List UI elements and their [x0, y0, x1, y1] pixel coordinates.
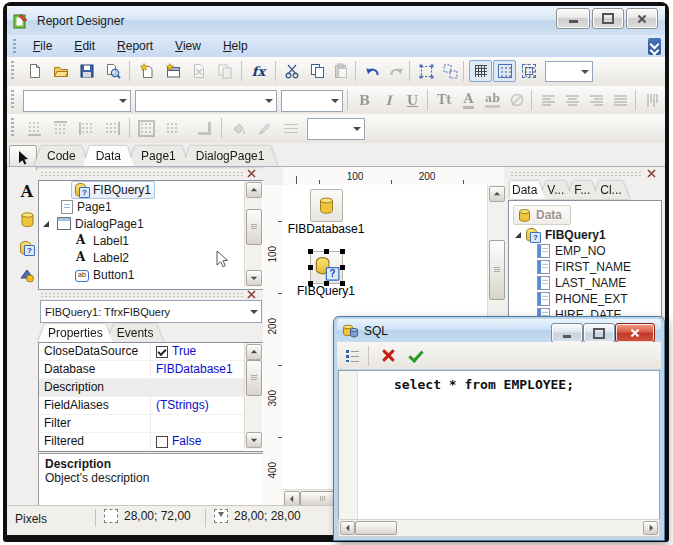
cut-button[interactable] — [281, 60, 304, 82]
scroll-thumb[interactable] — [246, 360, 262, 396]
new-page-button[interactable] — [135, 60, 158, 82]
underline-button[interactable]: U — [401, 89, 424, 111]
menu-item[interactable]: File — [30, 38, 55, 54]
field-item[interactable]: LAST_NAME — [537, 275, 631, 291]
sql-close-button[interactable] — [615, 323, 655, 343]
sql-maximize-button[interactable] — [583, 323, 615, 343]
data-panel-close-button[interactable] — [646, 168, 657, 179]
selection-handle[interactable] — [308, 265, 313, 270]
font-settings-button[interactable]: Tt — [433, 89, 456, 111]
property-row[interactable]: FieldAliases (TStrings) — [39, 397, 245, 415]
align-to-grid-button[interactable] — [493, 60, 516, 82]
sql-editor[interactable]: select * from EMPLOYEE; — [338, 370, 660, 520]
border-none-button[interactable] — [161, 117, 184, 139]
page-tab[interactable]: Page1 — [128, 146, 189, 167]
font-size-combobox[interactable] — [281, 90, 343, 112]
query-component[interactable] — [310, 251, 343, 284]
selection-handle[interactable] — [308, 249, 313, 254]
fill-color-button[interactable] — [227, 117, 250, 139]
tree-item-row[interactable]: Label2 — [71, 249, 133, 267]
scroll-thumb[interactable] — [246, 209, 262, 245]
menu-item[interactable]: View — [172, 38, 204, 54]
property-row[interactable]: CloseDataSource True — [39, 343, 245, 361]
database-tool[interactable] — [17, 209, 37, 229]
tree-item[interactable]: DialogPage1 — [39, 215, 263, 232]
inspector-tab[interactable]: Events — [107, 324, 164, 342]
scroll-thumb[interactable] — [355, 521, 397, 535]
line-color-button[interactable] — [253, 117, 276, 139]
rotate-text-button[interactable] — [505, 89, 528, 111]
ok-button[interactable] — [404, 345, 427, 367]
dropdown-arrow-icon[interactable] — [578, 62, 592, 81]
dropdown-arrow-icon[interactable] — [116, 91, 130, 111]
dialog-control-tool[interactable] — [17, 265, 37, 285]
checkbox[interactable] — [156, 346, 168, 358]
field-item[interactable]: FIRST_NAME — [537, 259, 631, 275]
expander-icon[interactable] — [515, 232, 521, 238]
menu-item[interactable]: Report — [114, 38, 156, 54]
data-header-button[interactable]: Data — [513, 205, 571, 225]
sql-minimize-button[interactable] — [551, 323, 583, 343]
delete-page-button[interactable] — [187, 60, 210, 82]
checkbox[interactable] — [156, 436, 168, 448]
toolbar-overflow-button[interactable] — [648, 38, 661, 55]
tree-panel-grip[interactable] — [40, 171, 244, 177]
align-right-button[interactable] — [585, 89, 608, 111]
inspector-tab[interactable]: Properties — [38, 324, 113, 342]
cancel-button[interactable] — [377, 345, 400, 367]
dropdown-arrow-icon[interactable] — [350, 119, 364, 139]
preview-button[interactable] — [101, 60, 124, 82]
redo-button[interactable] — [385, 60, 408, 82]
border-left-button[interactable] — [75, 117, 98, 139]
ungroup-button[interactable] — [439, 60, 462, 82]
save-report-button[interactable] — [75, 60, 98, 82]
property-value-cell[interactable]: True — [151, 343, 245, 360]
inspector-grip[interactable] — [40, 292, 244, 298]
tree-panel-close-button[interactable] — [246, 168, 257, 179]
minimize-button[interactable] — [556, 8, 590, 29]
menu-grip[interactable] — [13, 39, 16, 53]
align-left-button[interactable] — [537, 89, 560, 111]
fit-to-grid-button[interactable] — [517, 60, 540, 82]
sql-editor-window[interactable]: SQL select * from EMPLOYEE; — [333, 316, 665, 541]
field-item[interactable]: EMP_NO — [537, 243, 631, 259]
scroll-left-button[interactable] — [284, 491, 300, 506]
tree-scrollbar[interactable] — [244, 181, 262, 287]
bold-button[interactable]: B — [353, 89, 376, 111]
dropdown-arrow-icon[interactable] — [328, 91, 342, 111]
copy-button[interactable] — [305, 60, 328, 82]
align-center-button[interactable] — [561, 89, 584, 111]
scroll-down-button[interactable] — [246, 270, 262, 286]
property-value-cell[interactable] — [151, 415, 245, 432]
inspector-close-button[interactable] — [246, 289, 257, 300]
page-tab[interactable]: Data — [83, 146, 134, 167]
highlight-button[interactable]: ab — [481, 89, 504, 111]
menu-item[interactable]: Edit — [71, 38, 98, 54]
toolbar-grip[interactable] — [11, 90, 14, 110]
line-style-button[interactable] — [279, 117, 302, 139]
page-settings-button[interactable] — [213, 60, 236, 82]
property-row[interactable]: Filtered False — [39, 433, 245, 451]
paste-button[interactable] — [329, 60, 352, 82]
border-right-button[interactable] — [101, 117, 124, 139]
tree-item[interactable]: Page1 — [39, 198, 263, 215]
script-editor-button[interactable]: fx — [247, 60, 270, 82]
property-value-cell[interactable]: FIBDatabase1 — [151, 361, 245, 378]
zoom-combobox[interactable] — [545, 61, 593, 82]
toolbar-grip[interactable] — [11, 61, 14, 81]
property-row[interactable]: Master (Not assigned) — [39, 451, 245, 452]
property-grid-scrollbar[interactable] — [244, 343, 262, 449]
maximize-button[interactable] — [592, 8, 624, 29]
property-value-cell[interactable]: (TStrings) — [151, 397, 245, 414]
font-combobox[interactable] — [135, 90, 277, 112]
italic-button[interactable]: I — [377, 89, 400, 111]
close-button[interactable] — [626, 8, 658, 29]
tree-item[interactable]: Label1 — [39, 232, 263, 249]
style-combobox[interactable] — [23, 90, 131, 112]
tree-item-row[interactable]: Label1 — [71, 232, 133, 250]
page-tab[interactable]: Code — [34, 146, 89, 167]
new-report-button[interactable] — [23, 60, 46, 82]
align-justify-button[interactable] — [609, 89, 632, 111]
scroll-left-button[interactable] — [340, 521, 355, 535]
toolbar-grip[interactable] — [11, 118, 14, 138]
